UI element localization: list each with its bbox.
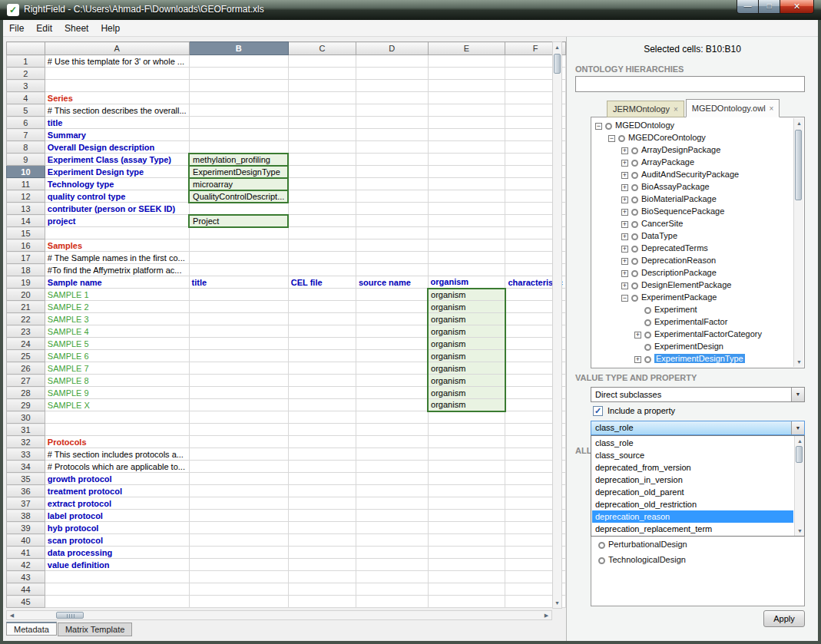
cell-B34[interactable] <box>189 461 288 473</box>
ontology-tab-jermontology[interactable]: JERMOntology× <box>607 101 684 117</box>
cell-E42[interactable] <box>428 559 505 571</box>
row-header-41[interactable]: 41 <box>7 547 45 559</box>
plus-expander-icon[interactable]: + <box>621 246 628 253</box>
cell-D11[interactable] <box>356 178 428 190</box>
cell-D36[interactable] <box>356 485 428 497</box>
row-header-45[interactable]: 45 <box>7 596 45 608</box>
cell-B25[interactable] <box>189 350 288 362</box>
row-header-18[interactable]: 18 <box>7 264 45 276</box>
cell-A37[interactable]: extract protocol <box>45 497 189 510</box>
scroll-up-icon[interactable]: ▲ <box>553 43 561 51</box>
cell-C21[interactable] <box>288 301 356 313</box>
tree-node-bioassaypackage[interactable]: +BioAssayPackage <box>592 180 793 193</box>
cell-C3[interactable] <box>288 80 356 92</box>
cell-B19[interactable]: title <box>189 276 288 289</box>
cell-D23[interactable] <box>356 325 428 338</box>
cell-C40[interactable] <box>288 534 356 547</box>
cell-E45[interactable] <box>428 596 505 608</box>
cell-B37[interactable] <box>189 497 288 510</box>
cell-A18[interactable]: #To find the Affymetrix platform ac... <box>45 264 189 276</box>
tree-node-datatype[interactable]: +DataType <box>592 230 793 242</box>
cell-B6[interactable] <box>189 117 288 129</box>
cell-E9[interactable] <box>428 154 505 166</box>
cell-D8[interactable] <box>356 141 428 154</box>
column-header-B[interactable]: B <box>189 42 288 55</box>
cell-A20[interactable]: SAMPLE 1 <box>45 289 189 301</box>
row-header-11[interactable]: 11 <box>7 178 45 190</box>
cell-C6[interactable] <box>288 117 356 129</box>
cell-E11[interactable] <box>428 178 505 190</box>
cell-A31[interactable] <box>45 424 189 436</box>
cell-A41[interactable]: data processing <box>45 547 189 559</box>
cell-D40[interactable] <box>356 534 428 547</box>
cell-C28[interactable] <box>288 387 356 399</box>
cell-E26[interactable]: organism <box>428 362 505 375</box>
cell-A19[interactable]: Sample name <box>45 276 189 289</box>
row-header-17[interactable]: 17 <box>7 252 45 264</box>
cell-E32[interactable] <box>428 436 505 448</box>
plus-expander-icon[interactable]: + <box>621 282 628 289</box>
plus-expander-icon[interactable]: + <box>634 356 641 363</box>
cell-D22[interactable] <box>356 313 428 325</box>
tree-node-cancersite[interactable]: +CancerSite <box>592 217 793 230</box>
cell-D27[interactable] <box>356 375 428 387</box>
cell-D33[interactable] <box>356 448 428 461</box>
cell-B2[interactable] <box>189 68 288 80</box>
cell-B24[interactable] <box>189 338 288 350</box>
cell-E22[interactable]: organism <box>428 313 505 325</box>
row-header-36[interactable]: 36 <box>7 485 45 497</box>
include-property-checkbox[interactable] <box>593 406 603 416</box>
cell-E34[interactable] <box>428 461 505 473</box>
cell-C26[interactable] <box>288 362 356 375</box>
tree-node-mgedcoreontology[interactable]: −MGEDCoreOntology <box>592 131 793 144</box>
scroll-left-icon[interactable]: ◀ <box>8 611 16 619</box>
cell-E15[interactable] <box>428 227 505 239</box>
row-header-40[interactable]: 40 <box>7 534 45 547</box>
sheet-tab-metadata[interactable]: Metadata <box>6 622 57 636</box>
cell-A30[interactable] <box>45 411 189 424</box>
cell-C11[interactable] <box>288 178 356 190</box>
vertical-scroll-thumb[interactable] <box>554 54 561 74</box>
cell-E14[interactable] <box>428 215 505 227</box>
cell-D25[interactable] <box>356 350 428 362</box>
cell-E23[interactable]: organism <box>428 325 505 338</box>
row-header-13[interactable]: 13 <box>7 203 45 215</box>
cell-C33[interactable] <box>288 448 356 461</box>
cell-D17[interactable] <box>356 252 428 264</box>
cell-C43[interactable] <box>288 571 356 583</box>
cell-C20[interactable] <box>288 289 356 301</box>
row-header-43[interactable]: 43 <box>7 571 45 583</box>
cell-A23[interactable]: SAMPLE 4 <box>45 325 189 338</box>
dropdown-option-deprecation-reason[interactable]: deprecation_reason <box>592 510 793 523</box>
scroll-right-icon[interactable]: ▶ <box>542 611 551 619</box>
cell-C45[interactable] <box>288 596 356 608</box>
scroll-up-icon[interactable]: ▲ <box>796 437 804 445</box>
cell-C5[interactable] <box>288 104 356 117</box>
cell-D1[interactable] <box>356 55 428 68</box>
cell-B15[interactable] <box>189 227 288 239</box>
tree-node-descriptionpackage[interactable]: +DescriptionPackage <box>592 266 793 279</box>
row-header-37[interactable]: 37 <box>7 497 45 510</box>
cell-C25[interactable] <box>288 350 356 362</box>
minus-expander-icon[interactable]: − <box>608 135 615 142</box>
tree-node-arraypackage[interactable]: +ArrayPackage <box>592 156 793 168</box>
menu-sheet[interactable]: Sheet <box>58 20 94 37</box>
cell-B41[interactable] <box>189 547 288 559</box>
sheet-tab-matrix-template[interactable]: Matrix Template <box>58 623 132 636</box>
dropdown-scroll-thumb[interactable] <box>796 446 803 463</box>
row-header-15[interactable]: 15 <box>7 227 45 239</box>
cell-D3[interactable] <box>356 80 428 92</box>
maximize-button[interactable]: □ <box>759 0 780 14</box>
cell-E3[interactable] <box>428 80 505 92</box>
cell-D24[interactable] <box>356 338 428 350</box>
cell-A44[interactable] <box>45 583 189 596</box>
close-button[interactable]: ✕ <box>780 0 814 14</box>
cell-D18[interactable] <box>356 264 428 276</box>
tree-scroll-thumb[interactable] <box>795 130 802 200</box>
cell-D30[interactable] <box>356 411 428 424</box>
minimize-button[interactable]: — <box>737 0 759 14</box>
cell-E18[interactable] <box>428 264 505 276</box>
row-header-33[interactable]: 33 <box>7 448 45 461</box>
tree-node-mgedontology[interactable]: −MGEDOntology <box>592 119 793 131</box>
row-header-9[interactable]: 9 <box>7 154 45 166</box>
